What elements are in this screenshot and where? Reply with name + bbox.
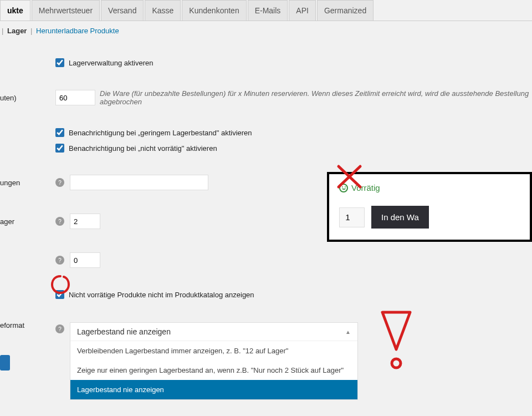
stock-status: Vorrätig bbox=[339, 183, 520, 192]
notification-recipients-label: ungen bbox=[0, 179, 55, 187]
select-current-value[interactable]: Lagerbestand nie anzeigen ▲ bbox=[70, 323, 357, 341]
sub-navigation: | Lager | Herunterladbare Produkte bbox=[0, 21, 532, 40]
help-icon[interactable]: ? bbox=[55, 324, 64, 333]
stock-display-format-label: eformat bbox=[0, 321, 55, 329]
hold-stock-label: uten) bbox=[0, 94, 55, 102]
product-preview-box: Vorrätig In den Wa bbox=[327, 172, 532, 242]
hide-out-of-stock-checkbox[interactable] bbox=[55, 290, 64, 299]
out-of-stock-threshold-input[interactable] bbox=[70, 252, 100, 268]
help-icon[interactable]: ? bbox=[55, 178, 64, 187]
help-icon[interactable]: ? bbox=[55, 217, 64, 226]
notification-recipients-input[interactable] bbox=[70, 175, 208, 190]
enable-stock-management-checkbox[interactable] bbox=[55, 58, 64, 67]
tab-checkout[interactable]: Kasse bbox=[145, 0, 181, 21]
quantity-input[interactable] bbox=[339, 207, 365, 227]
chevron-up-icon: ▲ bbox=[345, 329, 351, 335]
tab-products[interactable]: ukte bbox=[0, 0, 30, 21]
select-option-never[interactable]: Lagerbestand nie anzeigen bbox=[70, 380, 357, 399]
select-option-low-only[interactable]: Zeige nur einen geringen Lagerbestand an… bbox=[70, 361, 357, 380]
out-of-stock-notify-checkbox[interactable] bbox=[55, 144, 64, 153]
low-stock-notify-checkbox[interactable] bbox=[55, 128, 64, 137]
save-button[interactable] bbox=[0, 355, 10, 371]
low-stock-threshold-label: ager bbox=[0, 217, 55, 226]
low-stock-threshold-input[interactable] bbox=[70, 214, 100, 229]
stock-status-text: Vorrätig bbox=[351, 183, 380, 192]
enable-stock-management-label: Lagerverwaltung aktiveren bbox=[69, 59, 153, 67]
tab-emails[interactable]: E-Mails bbox=[248, 0, 288, 21]
subtab-downloadable[interactable]: Herunterladbare Produkte bbox=[36, 27, 119, 35]
out-of-stock-notify-label: Benachrichtigung bei „nicht vorrätig" ak… bbox=[69, 144, 217, 153]
subtab-inventory[interactable]: Lager bbox=[7, 27, 27, 35]
settings-tabs: ukte Mehrwertsteuer Versand Kasse Kunden… bbox=[0, 0, 532, 21]
hold-stock-minutes-input[interactable] bbox=[55, 90, 95, 105]
select-option-always[interactable]: Verbleibenden Lagerbestand immer anzeige… bbox=[70, 341, 357, 361]
tab-accounts[interactable]: Kundenkonten bbox=[182, 0, 246, 21]
tab-tax[interactable]: Mehrwertsteuer bbox=[32, 0, 100, 21]
tab-germanized[interactable]: Germanized bbox=[317, 0, 374, 21]
tab-shipping[interactable]: Versand bbox=[101, 0, 144, 21]
smiley-icon bbox=[339, 184, 348, 192]
stock-display-format-select[interactable]: Lagerbestand nie anzeigen ▲ Verbleibende… bbox=[70, 322, 358, 400]
help-icon[interactable]: ? bbox=[55, 256, 64, 265]
hide-out-of-stock-label: Nicht vorrätige Produkte nicht im Produk… bbox=[69, 291, 254, 299]
hold-stock-description: Die Ware (für unbezahlte Bestellungen) f… bbox=[100, 89, 532, 106]
low-stock-notify-label: Benachrichtigung bei „geringem Lagerbest… bbox=[69, 129, 252, 137]
add-to-cart-button[interactable]: In den Wa bbox=[371, 206, 429, 229]
tab-api[interactable]: API bbox=[289, 0, 316, 21]
